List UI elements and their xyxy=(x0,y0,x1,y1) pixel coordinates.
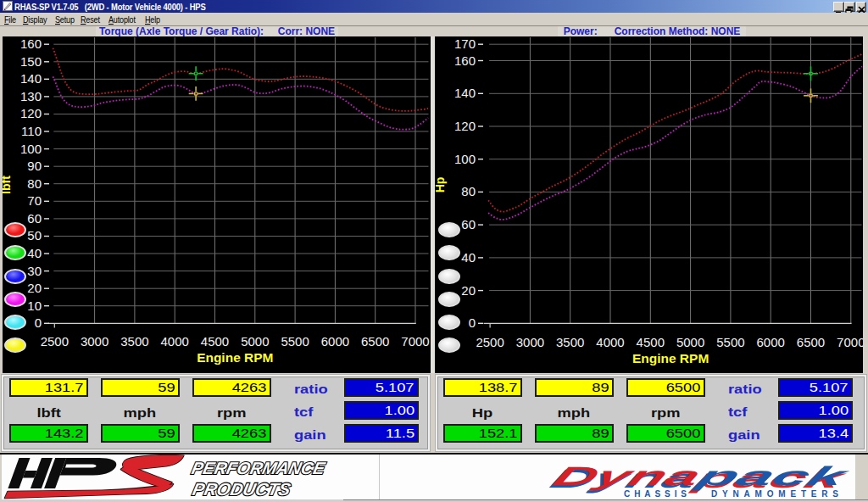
svg-text:7000: 7000 xyxy=(837,335,863,349)
svg-text:Engine RPM: Engine RPM xyxy=(632,351,709,365)
svg-text:30: 30 xyxy=(27,264,42,278)
svg-text:160: 160 xyxy=(454,53,476,68)
svg-text:0: 0 xyxy=(469,315,476,330)
svg-text:0: 0 xyxy=(35,315,42,330)
svg-text:110: 110 xyxy=(21,124,42,138)
svg-text:2500: 2500 xyxy=(476,335,504,349)
svg-text:6000: 6000 xyxy=(757,335,785,349)
svg-text:140: 140 xyxy=(20,71,42,86)
svg-text:20: 20 xyxy=(461,283,476,298)
svg-text:150: 150 xyxy=(20,54,42,69)
svg-text:40: 40 xyxy=(461,250,476,265)
svg-text:140: 140 xyxy=(454,86,476,100)
svg-text:100: 100 xyxy=(454,152,476,166)
svg-text:5000: 5000 xyxy=(676,335,704,349)
svg-text:3500: 3500 xyxy=(556,335,584,349)
svg-text:10: 10 xyxy=(27,298,42,313)
svg-text:120: 120 xyxy=(20,107,42,121)
svg-text:4500: 4500 xyxy=(637,335,665,349)
svg-text:Hp: Hp xyxy=(435,177,447,193)
svg-text:Dyna: Dyna xyxy=(548,460,706,490)
svg-text:4000: 4000 xyxy=(161,334,189,349)
svg-text:100: 100 xyxy=(20,142,42,156)
svg-text:3000: 3000 xyxy=(516,335,544,349)
svg-text:60: 60 xyxy=(461,217,476,231)
svg-text:160: 160 xyxy=(20,36,42,51)
svg-text:PERFORMANCE: PERFORMANCE xyxy=(190,459,327,477)
svg-text:2500: 2500 xyxy=(41,334,69,349)
svg-text:90: 90 xyxy=(27,159,42,173)
svg-text:4000: 4000 xyxy=(596,335,624,349)
svg-text:3000: 3000 xyxy=(81,334,108,349)
svg-text:60: 60 xyxy=(27,211,42,226)
svg-text:130: 130 xyxy=(20,89,42,103)
svg-text:20: 20 xyxy=(27,281,42,295)
svg-text:3500: 3500 xyxy=(120,334,148,349)
svg-text:5500: 5500 xyxy=(716,335,744,349)
svg-text:80: 80 xyxy=(461,184,476,198)
svg-text:6500: 6500 xyxy=(361,334,389,349)
svg-text:120: 120 xyxy=(454,119,476,133)
svg-text:lbft: lbft xyxy=(3,176,13,194)
svg-text:4500: 4500 xyxy=(201,334,229,349)
svg-text:50: 50 xyxy=(27,228,42,243)
svg-text:PRODUCTS: PRODUCTS xyxy=(191,479,292,499)
svg-text:Engine RPM: Engine RPM xyxy=(197,350,273,365)
svg-text:7000: 7000 xyxy=(401,334,429,349)
svg-text:6000: 6000 xyxy=(321,334,349,349)
svg-text:70: 70 xyxy=(27,193,42,208)
svg-text:pack: pack xyxy=(690,460,854,489)
svg-text:6500: 6500 xyxy=(797,335,825,349)
svg-text:170: 170 xyxy=(454,36,476,51)
svg-text:40: 40 xyxy=(27,246,42,260)
svg-text:5000: 5000 xyxy=(241,334,269,349)
svg-text:80: 80 xyxy=(27,176,42,191)
svg-text:5500: 5500 xyxy=(281,334,309,349)
